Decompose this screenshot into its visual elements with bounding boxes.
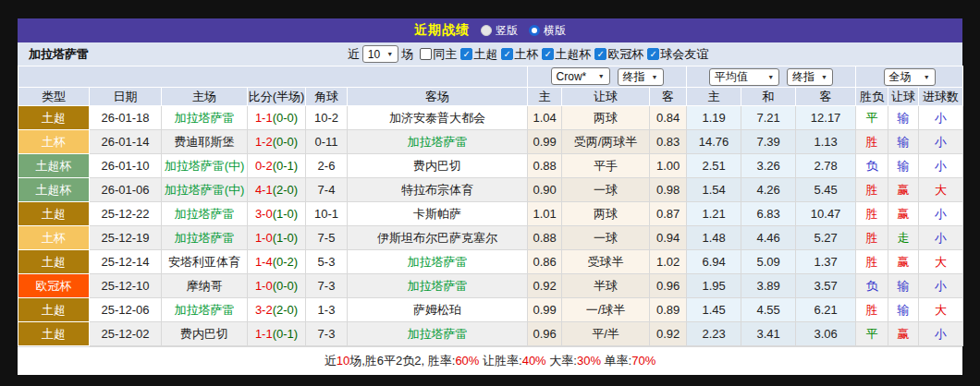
radio-checked-icon[interactable] [529, 25, 540, 36]
title-bar: 近期战绩 竖版 横版 [18, 18, 962, 42]
summary-footer: 近10场,胜6平2负2, 胜率:60% 让胜率:40% 大率:30% 单率:70… [18, 346, 962, 375]
handicap-line: 两球 [562, 202, 650, 226]
corner-count: 10-2 [306, 106, 348, 130]
corner-count: 1-3 [306, 298, 348, 322]
home-team-link[interactable]: 加拉塔萨雷(中) [162, 178, 248, 202]
score-cell: 0-2(0-1) [248, 154, 306, 178]
match-date: 25-12-19 [90, 226, 162, 250]
avg-home-odds: 6.94 [687, 250, 741, 274]
half-time-score: (0-0) [273, 135, 298, 149]
avg-draw-odds: 7.39 [741, 130, 796, 154]
average-select[interactable]: 平均值 ▼ [709, 68, 779, 86]
outcome-result: 负 [856, 274, 888, 298]
filter-checkbox-土杯[interactable]: ✓土杯 [501, 46, 538, 63]
outcome-result: 平 [856, 106, 888, 130]
layout-radio-vertical[interactable]: 竖版 [481, 23, 518, 39]
chevron-down-icon: ▼ [652, 74, 658, 80]
average-select-value: 平均值 [715, 69, 748, 85]
header-goals-result: 进球数 [919, 88, 963, 106]
avg-draw-odds: 6.83 [741, 202, 796, 226]
average-stage-select[interactable]: 终指 ▼ [787, 68, 833, 86]
away-team-link[interactable]: 加拉塔萨雷 [348, 274, 528, 298]
avg-draw-odds: 4.55 [741, 298, 796, 322]
filter-checkbox-欧冠杯[interactable]: ✓欧冠杯 [594, 46, 643, 63]
filter-checkbox-球会友谊[interactable]: ✓球会友谊 [647, 46, 708, 63]
away-team-link[interactable]: 加济安泰普大都会 [348, 106, 528, 130]
outcome-result: 胜 [856, 130, 888, 154]
summary-over-rate: 30% [577, 354, 601, 368]
checkbox-checked-icon[interactable]: ✓ [542, 48, 554, 60]
filter-checkbox-土超[interactable]: ✓土超 [460, 46, 497, 63]
home-team-link[interactable]: 加拉塔萨雷 [162, 202, 248, 226]
away-team-link[interactable]: 伊斯坦布尔巴萨克塞尔 [348, 226, 528, 250]
checkbox-checked-icon[interactable]: ✓ [460, 48, 472, 60]
goals-result: 大 [919, 178, 963, 202]
header-avg-home: 主 [687, 88, 741, 106]
full-time-score: 0-2 [255, 159, 273, 173]
away-team-link[interactable]: 萨姆松珀 [348, 298, 528, 322]
bookmaker-select-value: Crow* [557, 70, 587, 83]
summary-games: 10 [337, 354, 349, 368]
handicap-stage-select[interactable]: 终指 ▼ [618, 68, 664, 86]
home-team-link[interactable]: 费内巴切 [162, 322, 248, 346]
checkbox-checked-icon[interactable]: ✓ [501, 48, 513, 60]
match-date: 26-01-14 [90, 130, 162, 154]
summary-text: 让胜率: [479, 354, 521, 368]
scope-selector-group: 全场 ▼ [856, 66, 963, 88]
checkbox-checked-icon[interactable]: ✓ [594, 48, 606, 60]
full-time-score: 1-4 [255, 255, 273, 269]
bookmaker-select[interactable]: Crow* ▼ [551, 67, 610, 85]
score-cell: 3-2(2-0) [248, 298, 306, 322]
handicap-home-odds: 0.96 [528, 322, 562, 346]
filter-checkbox-label: 土超杯 [555, 46, 591, 63]
away-team-link[interactable]: 特拉布宗体育 [348, 178, 528, 202]
avg-draw-odds: 4.26 [741, 178, 796, 202]
home-team-link[interactable]: 费迪耶斯堡 [162, 130, 248, 154]
handicap-away-odds: 0.98 [650, 178, 687, 202]
home-team-link[interactable]: 摩纳哥 [162, 274, 248, 298]
avg-away-odds: 5.45 [796, 178, 856, 202]
away-team-link[interactable]: 加拉塔萨雷 [348, 322, 528, 346]
avg-away-odds: 6.21 [796, 298, 856, 322]
match-row: 土超 26-01-18 加拉塔萨雷 1-1(0-0) 10-2 加济安泰普大都会… [18, 106, 963, 130]
away-team-link[interactable]: 加拉塔萨雷 [348, 130, 528, 154]
chevron-down-icon: ▼ [598, 73, 605, 79]
corner-count: 5-3 [306, 250, 348, 274]
outcome-result: 胜 [856, 298, 888, 322]
checkbox-unchecked-icon[interactable] [420, 48, 432, 60]
home-team-link[interactable]: 加拉塔萨雷 [162, 298, 248, 322]
radio-unchecked-icon[interactable] [481, 25, 492, 36]
filter-checkbox-土超杯[interactable]: ✓土超杯 [542, 46, 591, 63]
games-count-value: 10 [368, 48, 380, 61]
home-team-link[interactable]: 加拉塔萨雷 [162, 106, 248, 130]
away-team-link[interactable]: 费内巴切 [348, 154, 528, 178]
goals-result: 小 [919, 202, 963, 226]
home-team-link[interactable]: 加拉塔萨雷(中) [162, 154, 248, 178]
handicap-home-odds: 0.88 [528, 226, 562, 250]
home-team-link[interactable]: 安塔利亚体育 [162, 250, 248, 274]
score-cell: 1-0(0-0) [248, 274, 306, 298]
handicap-away-odds: 0.94 [650, 226, 687, 250]
outcome-result: 胜 [856, 178, 888, 202]
match-row: 土超 25-12-22 加拉塔萨雷 3-0(1-0) 10-1 卡斯帕萨 1.0… [18, 202, 963, 226]
scope-select[interactable]: 全场 ▼ [884, 68, 936, 86]
away-team-link[interactable]: 卡斯帕萨 [348, 202, 528, 226]
half-time-score: (0-1) [273, 159, 298, 173]
filter-checkbox-同主[interactable]: 同主 [420, 46, 457, 63]
header-handicap-home: 主 [528, 88, 562, 106]
match-date: 25-12-14 [90, 250, 162, 274]
handicap-home-odds: 1.04 [528, 106, 562, 130]
games-count-select[interactable]: 10 ▼ [362, 45, 398, 63]
full-time-score: 1-1 [255, 327, 273, 341]
away-team-link[interactable]: 加拉塔萨雷 [348, 250, 528, 274]
checkbox-checked-icon[interactable]: ✓ [647, 48, 659, 60]
home-team-link[interactable]: 加拉塔萨雷 [162, 226, 248, 250]
match-row: 土超杯 26-01-10 加拉塔萨雷(中) 0-2(0-1) 2-6 费内巴切 … [18, 154, 963, 178]
results-tbody: 土超 26-01-18 加拉塔萨雷 1-1(0-0) 10-2 加济安泰普大都会… [18, 106, 963, 346]
handicap-home-odds: 0.90 [528, 178, 562, 202]
score-cell: 1-4(0-2) [248, 250, 306, 274]
filter-checkbox-label: 土杯 [514, 46, 538, 63]
average-stage-value: 终指 [792, 69, 815, 85]
layout-radio-horizontal[interactable]: 横版 [529, 23, 566, 39]
header-handicap-line: 让球 [562, 88, 650, 106]
